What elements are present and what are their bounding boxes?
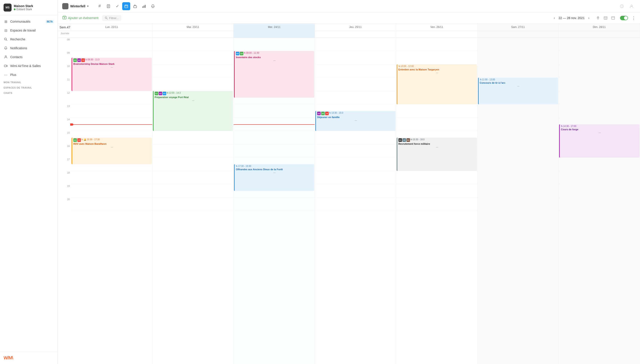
sidebar-item-workspaces[interactable]: ⊟ Espaces de travail [0,26,58,35]
hour-line-14-sat [478,118,559,131]
sun-allday [559,31,640,38]
sidebar-item-airtime[interactable]: Wimi AirTime & Salles [0,62,58,70]
online-indicator [14,8,16,10]
document-icon[interactable] [104,2,112,10]
calendar-toggle[interactable] [620,16,628,20]
hour-line-19-sun [559,184,640,198]
next-week-button[interactable]: › [586,15,591,21]
event-off-avatars: ↻ 17:30 - 19:30 [236,165,313,167]
repeat-icon-rec: ↻ [410,138,412,142]
event-ent-avatars: ↻ 10:00 - 12:00 [398,65,476,68]
airtime-label: Wimi AirTime & Salles [10,64,54,68]
sunday-col[interactable]: ↻ 14:30 - 17:00 Cours de forge — [559,38,640,364]
sidebar-item-notifications[interactable]: Notifications [0,44,58,52]
repeat-icon-dej: ↻ [329,112,331,115]
hour-line-19-tue [152,184,234,198]
briefcase-icon[interactable] [131,2,139,10]
date-range: 22 — 28 nov. 2021 [558,16,584,20]
sidebar-item-communities[interactable]: ⊞ Communautés BETA [0,17,58,26]
communities-icon: ⊞ [4,19,8,24]
expand-icon-ent: — [398,72,476,74]
avatar-js-rec: JS [402,138,406,142]
friday-col[interactable]: ↻ 10:00 - 12:00 Entretien avec la Maison… [396,38,478,364]
topbar-right: ? [618,2,635,10]
event-inventaire[interactable]: BS SS ↻ 09:00 - 11:30 Inventaire des sto… [234,51,314,98]
thursday-col[interactable]: AS AS +6 ↻ 13:30 - 15:0 Déjeuner en fami… [315,38,396,364]
event-prep-title: Préparation voyage Port Réal [155,96,232,99]
tuesday-col[interactable]: ES AS SS ↻ 12:00 - 14:3 Préparation voya… [152,38,234,364]
prev-week-button[interactable]: ‹ [552,15,557,21]
thu-allday [315,31,396,38]
sidebar-item-contacts[interactable]: Contacts [0,52,58,62]
event-brainstorming-time: 09:30 - 11:3 [88,58,99,62]
help-icon[interactable]: ? [618,2,626,10]
sidebar-item-search[interactable]: Recherche [0,35,58,44]
event-rec-title: Recrutement force militaire [398,142,476,146]
event-forge[interactable]: ↻ 14:30 - 17:00 Cours de forge — [559,124,639,158]
checkmark-icon[interactable]: ✓ [113,2,121,10]
location-icon[interactable] [595,15,601,21]
event-rdv-time: 15:30 - 17:30 [87,138,100,142]
wednesday-col[interactable]: BS SS ↻ 09:00 - 11:30 Inventaire des sto… [234,38,315,364]
communities-label: Communautés [10,20,43,23]
repeat-icon-rdv: ↻ [81,138,83,142]
sat-label: Sam. 27/11 [479,26,557,29]
saturday-col[interactable]: ↻ 11:00 - 13:00 Concours de tir à l'arc … [478,38,559,364]
hour-line-08-fri [396,38,477,51]
bell-icon[interactable] [149,2,157,10]
avatar-as2-dej: AS [321,112,325,115]
allday-row: Journée [58,31,640,38]
event-rdv-baratheon[interactable]: ES CS ↻ 🔔 15:30 - 17:30 RDV avec Maison … [72,138,152,164]
event-rec-avatars: ES JS RS ↻ 15:30 - 18:0 [398,138,476,142]
hour-line-17-thu [315,158,396,171]
wed-header: Mer. 24/11 [234,24,315,31]
hour-line-11-tue [152,78,234,91]
event-recrutement[interactable]: ES JS RS ↻ 15:30 - 18:0 Recrutement forc… [397,138,477,171]
calendar-search[interactable]: Filtrer... [102,15,121,21]
hour-line-09-sun [559,51,640,64]
hour-line-15-thu [315,131,396,144]
event-dejeuner[interactable]: AS AS +6 ↻ 13:30 - 15:0 Déjeuner en fami… [315,111,395,131]
add-event-button[interactable]: Ajouter un événement [62,15,98,21]
week-view-icon[interactable] [610,15,616,21]
hour-line-08-tue [152,38,234,51]
hashtag-icon[interactable]: # [96,2,104,10]
sidebar-item-plus[interactable]: ⋯ Plus [0,70,58,79]
hour-line-15-wed [234,131,315,144]
day-columns: ES AS +3 ↻ 09:30 - 11:3 Brainstorming De… [71,38,640,364]
hour-line-08-thu [315,38,396,51]
time-12: 12 [58,91,71,104]
thu-label: Jeu. 25/11 [317,26,394,29]
chart-icon[interactable] [140,2,148,10]
calendar-icon[interactable] [122,2,130,10]
user-name: Eddard Stark [14,8,33,11]
hour-line-11-sun [559,78,640,91]
event-entretien[interactable]: ↻ 10:00 - 12:00 Entretien avec la Maison… [397,64,477,104]
svg-rect-27 [604,17,607,19]
event-offrandes[interactable]: ↻ 17:30 - 19:30 Offrandes aux Anciens Di… [234,164,314,191]
event-preparation[interactable]: ES AS SS ↻ 12:00 - 14:3 Préparation voya… [153,91,233,131]
event-brainstorming[interactable]: ES AS +3 ↻ 09:30 - 11:3 Brainstorming De… [72,58,152,91]
more-options-icon[interactable]: ⋮ [631,16,635,20]
user-icon[interactable] [627,2,635,10]
event-concours[interactable]: ↻ 11:00 - 13:00 Concours de tir à l'arc … [478,78,558,104]
hour-line-14-fri [396,118,477,131]
tue-header: Mar. 23/11 [152,24,234,31]
hour-line-13-mon [71,104,152,118]
hour-line-20-mon [71,198,152,211]
hour-line-20-sat [478,198,559,211]
hour-line-09-tue [152,51,234,64]
hour-line-09-fri [396,51,477,64]
event-inv-title: Inventaire des stocks [236,56,313,59]
beta-badge: BETA [46,20,54,23]
avatar-ss-inv: SS [240,52,243,55]
month-view-icon[interactable] [602,15,609,21]
monday-col[interactable]: ES AS +3 ↻ 09:30 - 11:3 Brainstorming De… [71,38,152,364]
workspace-switcher[interactable]: Winterfell ▾ [62,3,88,9]
week-num: Sem.47 [60,26,69,29]
sat-allday [478,31,559,38]
workspace-name: Maison Stark [14,4,33,8]
time-13: 13 [58,104,71,118]
repeat-icon-ent: ↻ [398,65,400,68]
search-label: Recherche [10,38,54,41]
